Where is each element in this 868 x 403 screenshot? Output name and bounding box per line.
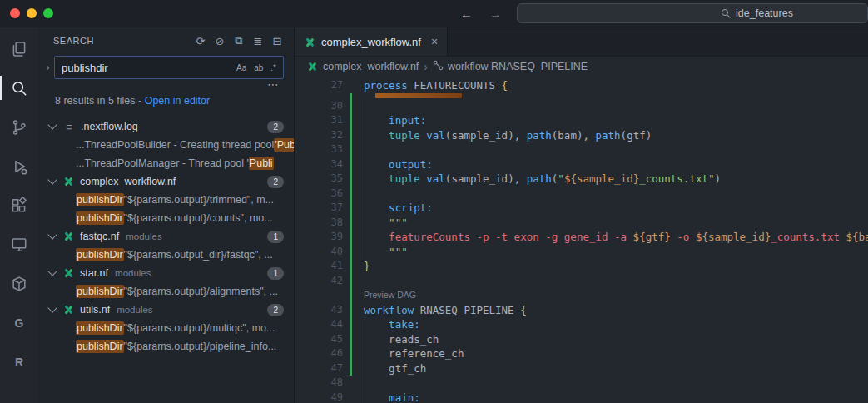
file-name: utils.nf xyxy=(80,304,110,316)
maximize-window-button[interactable] xyxy=(43,8,53,18)
code-line[interactable]: 27process FEATURECOUNTS { xyxy=(295,78,868,93)
code-line[interactable]: 40 """ xyxy=(295,245,868,260)
code-line[interactable]: 47 gtf_ch xyxy=(295,361,868,376)
match-text: "${params.output}/alignments", ... xyxy=(124,286,278,297)
line-content: } xyxy=(352,259,868,274)
line-number: 42 xyxy=(295,274,343,289)
line-number: 27 xyxy=(295,78,343,93)
toggle-replace-chevron-icon[interactable]: › xyxy=(42,61,54,73)
activity-remote-explorer[interactable] xyxy=(0,225,38,264)
breadcrumb-file[interactable]: complex_workflow.nf xyxy=(306,61,419,73)
activity-gitlens[interactable]: G xyxy=(0,303,38,342)
code-line[interactable]: 31 input: xyxy=(295,113,868,128)
refresh-icon[interactable]: ⟳ xyxy=(192,32,209,49)
file-result-row[interactable]: ≡.nextflow.log2 xyxy=(38,117,294,136)
code-line[interactable]: 46 reference_ch xyxy=(295,346,868,361)
code-line[interactable]: 39 featureCounts -p -t exon -g gene_id -… xyxy=(295,230,868,245)
match-count-badge: 1 xyxy=(267,231,284,243)
clear-results-icon[interactable]: ⊘ xyxy=(211,32,228,49)
match-result-row[interactable]: ...ThreadPoolBuilder - Creating thread p… xyxy=(38,136,294,154)
search-box: Aa ab .* xyxy=(54,56,284,79)
match-text: ...ThreadPoolManager - Thread pool ' xyxy=(76,157,249,169)
whole-word-toggle[interactable]: ab xyxy=(251,62,265,73)
fold-band[interactable] xyxy=(295,93,868,99)
activity-r-extension[interactable]: R xyxy=(0,342,38,381)
match-result-row[interactable]: publishDir "${params.output}/trimmed", m… xyxy=(38,191,294,209)
new-search-editor-icon[interactable]: ⧉ xyxy=(231,32,247,49)
code-line[interactable]: 30 xyxy=(295,99,868,114)
minimize-window-button[interactable] xyxy=(27,8,37,18)
match-highlight: publishDir xyxy=(76,321,124,335)
match-highlight: 'Publ xyxy=(274,138,294,152)
r-language-icon: R xyxy=(15,356,23,369)
code-line[interactable]: 48 xyxy=(295,376,868,391)
file-result-row[interactable]: star.nfmodules1 xyxy=(38,264,294,282)
match-highlight: publishDir xyxy=(76,340,124,353)
command-center-search[interactable]: ide_features xyxy=(517,3,868,23)
match-highlight: publishDir xyxy=(76,285,124,298)
close-icon[interactable]: × xyxy=(431,35,438,48)
forward-button[interactable]: → xyxy=(489,7,502,21)
codelens[interactable]: Preview DAG xyxy=(295,288,868,303)
code-line[interactable]: 43workflow RNASEQ_PIPELINE { xyxy=(295,303,868,318)
code-line[interactable]: 45 reads_ch xyxy=(295,332,868,347)
file-result-row[interactable]: fastqc.nfmodules1 xyxy=(38,227,294,246)
activity-run-debug[interactable] xyxy=(0,147,38,186)
match-result-row[interactable]: publishDir "${params.output}/alignments"… xyxy=(38,282,294,301)
chevron-down-icon xyxy=(47,266,57,276)
breadcrumb-symbol[interactable]: workflow RNASEQ_PIPELINE xyxy=(433,60,588,73)
line-number: 33 xyxy=(295,142,343,157)
line-content: output: xyxy=(352,157,868,172)
activity-search[interactable] xyxy=(0,68,38,107)
breadcrumb-symbol-label: workflow RNASEQ_PIPELINE xyxy=(448,61,588,72)
activity-containers[interactable] xyxy=(0,264,38,303)
toggle-search-details-icon[interactable]: ⋯ xyxy=(267,81,279,87)
match-case-toggle[interactable]: Aa xyxy=(234,62,249,73)
file-result-row[interactable]: utils.nfmodules2 xyxy=(38,301,294,319)
command-center-content: ide_features xyxy=(722,7,793,19)
line-content: tuple val(sample_id), path("${sample_id}… xyxy=(352,172,868,187)
codelens-preview-dag[interactable]: Preview DAG xyxy=(364,290,416,300)
code-line[interactable]: 49 main: xyxy=(295,391,868,403)
view-as-list-icon[interactable]: ≣ xyxy=(250,32,266,49)
line-number: 44 xyxy=(295,317,343,332)
code-line[interactable]: 41} xyxy=(295,259,868,274)
close-window-button[interactable] xyxy=(10,8,20,18)
line-number: 36 xyxy=(295,187,343,202)
code-line[interactable]: 34 output: xyxy=(295,157,868,172)
line-number: 30 xyxy=(295,99,343,114)
activity-extensions[interactable] xyxy=(0,186,38,225)
line-content xyxy=(352,274,868,289)
tab-complex-workflow[interactable]: complex_workflow.nf × xyxy=(295,27,448,56)
code-line[interactable]: 37 script: xyxy=(295,201,868,216)
match-result-row[interactable]: publishDir "${params.output}/multiqc", m… xyxy=(38,319,294,337)
match-result-row[interactable]: publishDir "${params.output}/counts", mo… xyxy=(38,209,294,227)
match-result-row[interactable]: publishDir "${params.output_dir}/fastqc"… xyxy=(38,246,294,264)
line-content xyxy=(352,99,868,114)
code-line[interactable]: 42 xyxy=(295,274,868,289)
command-center-text: ide_features xyxy=(736,7,793,19)
line-content: featureCounts -p -t exon -g gene_id -a $… xyxy=(352,230,868,245)
line-number: 39 xyxy=(295,230,343,245)
code-line[interactable]: 35 tuple val(sample_id), path("${sample_… xyxy=(295,172,868,187)
code-line[interactable]: 36 xyxy=(295,187,868,202)
code-line[interactable]: 38 """ xyxy=(295,216,868,231)
activity-bar: G R xyxy=(0,27,38,403)
match-count-badge: 2 xyxy=(267,176,284,188)
file-name: .nextflow.log xyxy=(81,121,138,132)
code-line[interactable]: 32 tuple val(sample_id), path(bam), path… xyxy=(295,128,868,143)
regex-toggle[interactable]: .* xyxy=(268,62,279,73)
search-input[interactable] xyxy=(62,62,231,74)
code-line[interactable]: 33 xyxy=(295,142,868,157)
match-result-row[interactable]: publishDir "${params.output}/pipeline_in… xyxy=(38,337,294,356)
open-in-editor-link[interactable]: Open in editor xyxy=(145,95,211,107)
match-result-row[interactable]: ...ThreadPoolManager - Thread pool 'Publ… xyxy=(38,154,294,172)
file-result-row[interactable]: complex_workflow.nf2 xyxy=(38,172,294,191)
line-content: reads_ch xyxy=(352,332,868,347)
activity-explorer[interactable] xyxy=(0,29,38,68)
activity-source-control[interactable] xyxy=(0,107,38,147)
back-button[interactable]: ← xyxy=(460,7,473,21)
code-line[interactable]: 44 take: xyxy=(295,317,868,332)
collapse-all-icon[interactable]: ⊟ xyxy=(269,32,285,49)
line-number: 49 xyxy=(295,391,343,403)
